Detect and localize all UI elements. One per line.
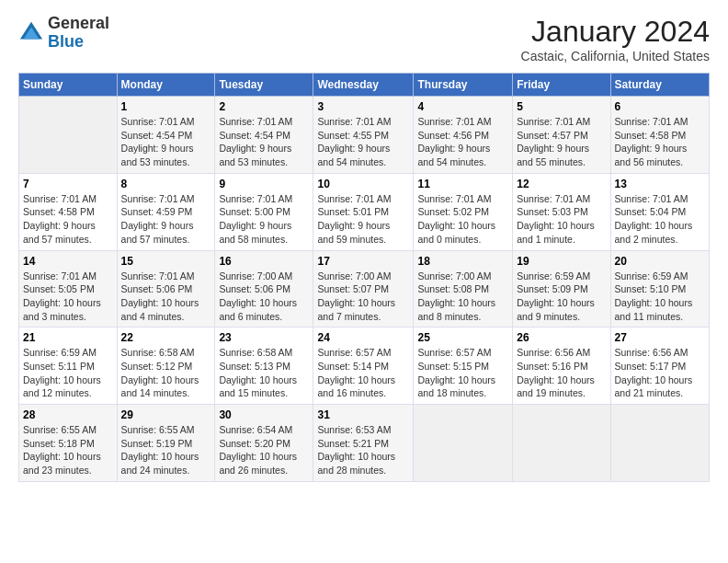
- logo-icon: [18, 20, 44, 46]
- day-of-week-header: Sunday: [19, 74, 118, 97]
- day-number: 14: [23, 255, 113, 268]
- day-number: 15: [121, 255, 211, 268]
- calendar-cell: 30Sunrise: 6:54 AMSunset: 5:20 PMDayligh…: [215, 405, 313, 482]
- calendar-cell: [414, 405, 513, 482]
- calendar-cell: 27Sunrise: 6:56 AMSunset: 5:17 PMDayligh…: [610, 327, 709, 405]
- day-info: Sunrise: 7:01 AMSunset: 4:58 PMDaylight:…: [615, 115, 705, 169]
- day-info: Sunrise: 7:01 AMSunset: 4:56 PMDaylight:…: [417, 115, 508, 169]
- header: General Blue January 2024 Castaic, Calif…: [18, 15, 710, 63]
- day-info: Sunrise: 6:55 AMSunset: 5:18 PMDaylight:…: [23, 423, 113, 477]
- calendar-cell: 2Sunrise: 7:01 AMSunset: 4:54 PMDaylight…: [215, 97, 313, 174]
- day-info: Sunrise: 7:00 AMSunset: 5:07 PMDaylight:…: [317, 270, 409, 324]
- calendar-cell: [19, 97, 118, 174]
- calendar-cell: 20Sunrise: 6:59 AMSunset: 5:10 PMDayligh…: [610, 250, 709, 327]
- day-info: Sunrise: 6:59 AMSunset: 5:10 PMDaylight:…: [615, 270, 705, 324]
- day-number: 31: [317, 408, 409, 421]
- calendar-cell: 16Sunrise: 7:00 AMSunset: 5:06 PMDayligh…: [215, 250, 313, 327]
- day-of-week-header: Monday: [117, 74, 215, 97]
- calendar-cell: 31Sunrise: 6:53 AMSunset: 5:21 PMDayligh…: [313, 405, 414, 482]
- day-number: 29: [121, 408, 211, 421]
- day-info: Sunrise: 6:55 AMSunset: 5:19 PMDaylight:…: [121, 423, 211, 477]
- calendar-cell: 3Sunrise: 7:01 AMSunset: 4:55 PMDaylight…: [313, 97, 414, 174]
- calendar-week-row: 28Sunrise: 6:55 AMSunset: 5:18 PMDayligh…: [19, 405, 710, 482]
- day-number: 16: [219, 255, 309, 268]
- calendar-cell: [610, 405, 709, 482]
- day-number: 3: [317, 100, 409, 113]
- day-info: Sunrise: 6:53 AMSunset: 5:21 PMDaylight:…: [317, 423, 409, 477]
- day-number: 2: [219, 100, 309, 113]
- day-number: 21: [23, 331, 113, 344]
- calendar-cell: 10Sunrise: 7:01 AMSunset: 5:01 PMDayligh…: [313, 173, 414, 250]
- day-number: 19: [517, 255, 606, 268]
- day-number: 10: [317, 178, 409, 190]
- day-info: Sunrise: 7:01 AMSunset: 5:02 PMDaylight:…: [417, 192, 508, 247]
- calendar-cell: 24Sunrise: 6:57 AMSunset: 5:14 PMDayligh…: [313, 327, 414, 405]
- day-number: 13: [615, 178, 705, 190]
- day-number: 7: [23, 178, 113, 190]
- location: Castaic, California, United States: [521, 49, 710, 63]
- day-info: Sunrise: 7:01 AMSunset: 4:57 PMDaylight:…: [517, 115, 606, 169]
- day-number: 9: [219, 178, 309, 190]
- day-info: Sunrise: 7:01 AMSunset: 5:00 PMDaylight:…: [219, 192, 309, 247]
- calendar-cell: 26Sunrise: 6:56 AMSunset: 5:16 PMDayligh…: [513, 327, 610, 405]
- day-info: Sunrise: 6:54 AMSunset: 5:20 PMDaylight:…: [219, 423, 309, 477]
- calendar-cell: 22Sunrise: 6:58 AMSunset: 5:12 PMDayligh…: [117, 327, 215, 405]
- day-of-week-header: Saturday: [610, 74, 709, 97]
- calendar-cell: 6Sunrise: 7:01 AMSunset: 4:58 PMDaylight…: [610, 97, 709, 174]
- day-number: 12: [517, 178, 606, 190]
- day-info: Sunrise: 7:01 AMSunset: 5:01 PMDaylight:…: [317, 192, 409, 247]
- day-number: 27: [615, 331, 705, 344]
- header-row: SundayMondayTuesdayWednesdayThursdayFrid…: [19, 74, 710, 97]
- day-number: 17: [317, 255, 409, 268]
- day-number: 26: [517, 331, 606, 344]
- logo-blue: Blue: [48, 32, 84, 51]
- day-info: Sunrise: 7:01 AMSunset: 5:03 PMDaylight:…: [517, 192, 606, 247]
- logo-general: General: [48, 14, 109, 32]
- calendar-cell: 4Sunrise: 7:01 AMSunset: 4:56 PMDaylight…: [414, 97, 513, 174]
- day-of-week-header: Thursday: [414, 74, 513, 97]
- calendar-cell: 17Sunrise: 7:00 AMSunset: 5:07 PMDayligh…: [313, 250, 414, 327]
- calendar-cell: 9Sunrise: 7:01 AMSunset: 5:00 PMDaylight…: [215, 173, 313, 250]
- calendar-cell: 14Sunrise: 7:01 AMSunset: 5:05 PMDayligh…: [19, 250, 118, 327]
- day-info: Sunrise: 7:01 AMSunset: 4:59 PMDaylight:…: [121, 192, 211, 247]
- day-number: 22: [121, 331, 211, 344]
- calendar-cell: 25Sunrise: 6:57 AMSunset: 5:15 PMDayligh…: [414, 327, 513, 405]
- day-info: Sunrise: 6:57 AMSunset: 5:14 PMDaylight:…: [317, 346, 409, 400]
- calendar-body: 1Sunrise: 7:01 AMSunset: 4:54 PMDaylight…: [19, 97, 710, 482]
- calendar-cell: 18Sunrise: 7:00 AMSunset: 5:08 PMDayligh…: [414, 250, 513, 327]
- day-number: 30: [219, 408, 309, 421]
- day-number: 5: [517, 100, 606, 113]
- day-number: 18: [417, 255, 508, 268]
- day-info: Sunrise: 7:01 AMSunset: 5:04 PMDaylight:…: [615, 192, 705, 247]
- calendar-week-row: 21Sunrise: 6:59 AMSunset: 5:11 PMDayligh…: [19, 327, 710, 405]
- calendar-week-row: 7Sunrise: 7:01 AMSunset: 4:58 PMDaylight…: [19, 173, 710, 250]
- logo: General Blue: [18, 15, 109, 52]
- day-info: Sunrise: 7:01 AMSunset: 4:54 PMDaylight:…: [121, 115, 211, 169]
- day-info: Sunrise: 6:59 AMSunset: 5:09 PMDaylight:…: [517, 270, 606, 324]
- day-number: 4: [417, 100, 508, 113]
- day-number: 25: [417, 331, 508, 344]
- day-number: 6: [615, 100, 705, 113]
- calendar-header: SundayMondayTuesdayWednesdayThursdayFrid…: [19, 74, 710, 97]
- calendar-cell: [513, 405, 610, 482]
- day-info: Sunrise: 6:56 AMSunset: 5:17 PMDaylight:…: [615, 346, 705, 400]
- day-number: 20: [615, 255, 705, 268]
- calendar-cell: 5Sunrise: 7:01 AMSunset: 4:57 PMDaylight…: [513, 97, 610, 174]
- calendar-cell: 8Sunrise: 7:01 AMSunset: 4:59 PMDaylight…: [117, 173, 215, 250]
- day-number: 24: [317, 331, 409, 344]
- calendar-week-row: 14Sunrise: 7:01 AMSunset: 5:05 PMDayligh…: [19, 250, 710, 327]
- day-info: Sunrise: 7:01 AMSunset: 5:06 PMDaylight:…: [121, 270, 211, 324]
- day-of-week-header: Friday: [513, 74, 610, 97]
- calendar-cell: 29Sunrise: 6:55 AMSunset: 5:19 PMDayligh…: [117, 405, 215, 482]
- day-info: Sunrise: 6:59 AMSunset: 5:11 PMDaylight:…: [23, 346, 113, 400]
- month-title: January 2024: [521, 15, 710, 49]
- logo-text: General Blue: [48, 15, 109, 52]
- calendar-week-row: 1Sunrise: 7:01 AMSunset: 4:54 PMDaylight…: [19, 97, 710, 174]
- day-number: 28: [23, 408, 113, 421]
- day-number: 11: [417, 178, 508, 190]
- day-number: 23: [219, 331, 309, 344]
- calendar-cell: 13Sunrise: 7:01 AMSunset: 5:04 PMDayligh…: [610, 173, 709, 250]
- day-info: Sunrise: 7:00 AMSunset: 5:08 PMDaylight:…: [417, 270, 508, 324]
- day-number: 8: [121, 178, 211, 190]
- day-info: Sunrise: 6:57 AMSunset: 5:15 PMDaylight:…: [417, 346, 508, 400]
